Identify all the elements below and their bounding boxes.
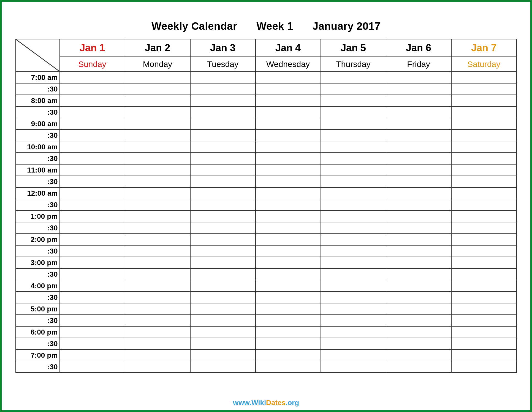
slot-cell[interactable] [451,211,517,222]
slot-cell[interactable] [256,303,321,315]
slot-cell[interactable] [321,141,386,153]
slot-cell[interactable] [190,72,256,83]
slot-cell[interactable] [386,303,451,315]
slot-cell[interactable] [190,118,256,130]
slot-cell[interactable] [256,268,321,280]
slot-cell[interactable] [321,361,386,373]
slot-cell[interactable] [321,106,386,118]
slot-cell[interactable] [256,257,321,268]
slot-cell[interactable] [125,326,190,338]
slot-cell[interactable] [386,72,451,83]
slot-cell[interactable] [60,349,125,361]
slot-cell[interactable] [60,315,125,326]
slot-cell[interactable] [60,176,125,187]
slot-cell[interactable] [451,234,517,245]
slot-cell[interactable] [321,211,386,222]
slot-cell[interactable] [451,338,517,349]
slot-cell[interactable] [60,326,125,338]
slot-cell[interactable] [125,315,190,326]
slot-cell[interactable] [125,187,190,199]
slot-cell[interactable] [256,222,321,234]
slot-cell[interactable] [125,338,190,349]
slot-cell[interactable] [321,292,386,303]
slot-cell[interactable] [125,83,190,95]
slot-cell[interactable] [256,106,321,118]
slot-cell[interactable] [125,118,190,130]
slot-cell[interactable] [190,234,256,245]
slot-cell[interactable] [451,257,517,268]
slot-cell[interactable] [190,280,256,292]
slot-cell[interactable] [125,292,190,303]
slot-cell[interactable] [451,315,517,326]
slot-cell[interactable] [190,187,256,199]
slot-cell[interactable] [321,83,386,95]
slot-cell[interactable] [190,315,256,326]
slot-cell[interactable] [321,338,386,349]
slot-cell[interactable] [125,211,190,222]
slot-cell[interactable] [321,199,386,211]
slot-cell[interactable] [60,153,125,164]
slot-cell[interactable] [451,199,517,211]
slot-cell[interactable] [321,176,386,187]
slot-cell[interactable] [125,234,190,245]
slot-cell[interactable] [256,118,321,130]
slot-cell[interactable] [256,245,321,257]
slot-cell[interactable] [386,268,451,280]
slot-cell[interactable] [125,164,190,176]
slot-cell[interactable] [60,118,125,130]
slot-cell[interactable] [451,164,517,176]
slot-cell[interactable] [451,292,517,303]
slot-cell[interactable] [321,349,386,361]
slot-cell[interactable] [256,234,321,245]
slot-cell[interactable] [190,292,256,303]
slot-cell[interactable] [125,176,190,187]
slot-cell[interactable] [321,187,386,199]
slot-cell[interactable] [190,303,256,315]
slot-cell[interactable] [60,211,125,222]
slot-cell[interactable] [321,257,386,268]
slot-cell[interactable] [386,245,451,257]
slot-cell[interactable] [386,222,451,234]
slot-cell[interactable] [386,153,451,164]
slot-cell[interactable] [321,315,386,326]
slot-cell[interactable] [125,222,190,234]
slot-cell[interactable] [321,245,386,257]
slot-cell[interactable] [321,118,386,130]
slot-cell[interactable] [451,326,517,338]
slot-cell[interactable] [386,176,451,187]
slot-cell[interactable] [60,72,125,83]
slot-cell[interactable] [451,187,517,199]
slot-cell[interactable] [451,280,517,292]
slot-cell[interactable] [451,83,517,95]
slot-cell[interactable] [256,292,321,303]
slot-cell[interactable] [60,83,125,95]
slot-cell[interactable] [190,130,256,141]
slot-cell[interactable] [60,268,125,280]
slot-cell[interactable] [451,130,517,141]
slot-cell[interactable] [190,153,256,164]
slot-cell[interactable] [386,106,451,118]
slot-cell[interactable] [190,164,256,176]
slot-cell[interactable] [125,349,190,361]
slot-cell[interactable] [256,349,321,361]
slot-cell[interactable] [386,326,451,338]
slot-cell[interactable] [190,245,256,257]
slot-cell[interactable] [256,199,321,211]
slot-cell[interactable] [190,95,256,106]
slot-cell[interactable] [125,268,190,280]
slot-cell[interactable] [60,338,125,349]
slot-cell[interactable] [386,257,451,268]
slot-cell[interactable] [60,130,125,141]
slot-cell[interactable] [256,326,321,338]
slot-cell[interactable] [60,361,125,373]
slot-cell[interactable] [321,130,386,141]
slot-cell[interactable] [60,303,125,315]
slot-cell[interactable] [386,280,451,292]
slot-cell[interactable] [125,199,190,211]
slot-cell[interactable] [256,72,321,83]
slot-cell[interactable] [190,361,256,373]
slot-cell[interactable] [451,153,517,164]
slot-cell[interactable] [60,280,125,292]
slot-cell[interactable] [451,95,517,106]
slot-cell[interactable] [125,95,190,106]
